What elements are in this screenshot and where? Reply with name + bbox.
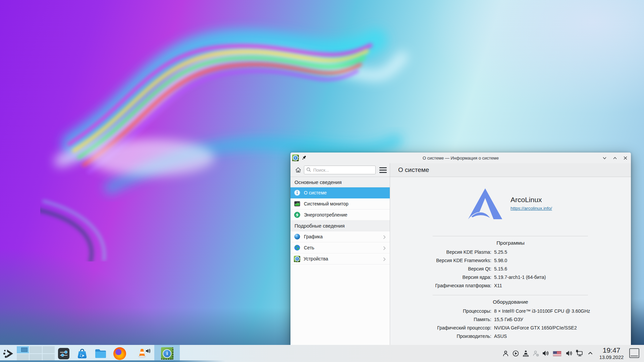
info-row: Процессоры: 8 × Intel® Core™ i3-10100F C… xyxy=(390,307,631,315)
volume-icon[interactable] xyxy=(541,349,550,358)
pager-desktop-2[interactable] xyxy=(30,346,42,353)
window-titlebar[interactable]: i О системе — Информация о системе xyxy=(290,153,631,163)
sidebar-section-details: Подробные сведения xyxy=(290,221,390,231)
taskbar-task-info-center[interactable]: i xyxy=(154,345,180,362)
user-away-icon[interactable] xyxy=(531,349,540,358)
info-row: Версия ядра: 5.19.7-arch1-1 (64-бита) xyxy=(390,273,631,282)
about-system-content: ArcoLinux https://arcolinux.info/ Програ… xyxy=(390,177,631,345)
system-monitor-icon xyxy=(294,200,301,207)
info-row: Версия KDE Plasma: 5.25.5 xyxy=(390,248,631,256)
pager-desktop-6[interactable] xyxy=(43,354,55,361)
sidebar-item-about-system[interactable]: О системе xyxy=(290,187,390,198)
section-title-hardware: Оборудование xyxy=(390,298,631,306)
sidebar-item-graphics[interactable]: Графика xyxy=(290,231,390,242)
sidebar-item-network[interactable]: Сеть xyxy=(290,242,390,253)
audio-playing-indicator xyxy=(146,349,150,353)
info-row: Память: 15,5 ГиБ ОЗУ xyxy=(390,315,631,324)
minimize-button[interactable] xyxy=(602,156,607,160)
show-desktop-button[interactable] xyxy=(629,348,639,358)
vlc-cone-icon xyxy=(137,348,150,360)
hardware-section: Оборудование Процессоры: 8 × Intel® Core… xyxy=(390,298,631,341)
desktop: i О системе — Информация о системе xyxy=(0,0,644,362)
virtual-desktop-pager xyxy=(17,346,55,361)
volume-icon-2[interactable] xyxy=(565,349,574,358)
close-button[interactable] xyxy=(623,156,628,160)
info-row: Графический процессор: NVIDIA GeForce GT… xyxy=(390,324,631,332)
vlc-tray-icon[interactable] xyxy=(521,349,530,358)
info-center-window: i О системе — Информация о системе xyxy=(290,153,631,345)
sidebar-section-basic: Основные сведения xyxy=(290,177,390,187)
page-title: О системе xyxy=(398,166,429,174)
sidebar-item-devices[interactable]: i Устройства xyxy=(290,253,390,264)
about-info-icon xyxy=(294,189,301,196)
search-icon xyxy=(306,167,311,174)
network-globe-icon xyxy=(294,244,301,251)
separator xyxy=(433,295,588,295)
app-launcher-icon[interactable] xyxy=(2,347,15,360)
expand-tray-chevron-icon[interactable] xyxy=(586,349,595,358)
taskbar-task-vlc[interactable] xyxy=(133,345,154,362)
maximize-button[interactable] xyxy=(612,156,617,160)
sidebar-toolbar xyxy=(290,163,390,177)
home-button[interactable] xyxy=(294,166,302,174)
info-row: Графическая платформа: X11 xyxy=(390,282,631,290)
user-icon[interactable] xyxy=(501,349,510,358)
keyboard-layout-us-flag-icon[interactable] xyxy=(553,351,561,356)
pager-desktop-4[interactable] xyxy=(17,354,29,361)
devices-chip-icon: i xyxy=(294,256,300,262)
pager-desktop-3[interactable] xyxy=(43,346,55,353)
search-input[interactable] xyxy=(304,166,376,174)
section-title-software: Программы xyxy=(390,239,631,247)
sidebar-item-system-monitor[interactable]: Системный монитор xyxy=(290,198,390,209)
sidebar: Основные сведения О системе С xyxy=(290,163,390,345)
info-row: Версия KDE Frameworks: 5.98.0 xyxy=(390,256,631,265)
pager-desktop-5[interactable] xyxy=(30,354,42,361)
kinfocenter-icon: i xyxy=(161,347,173,360)
hamburger-menu-icon[interactable] xyxy=(379,166,387,174)
info-row: Производитель: ASUS xyxy=(390,332,631,341)
pager-desktop-1[interactable] xyxy=(17,346,29,353)
sidebar-item-energy[interactable]: Энергопотребление xyxy=(290,209,390,221)
digital-clock[interactable]: 19:47 13.09.2022 xyxy=(595,346,628,360)
chevron-right-icon xyxy=(383,257,386,263)
arcolinux-logo xyxy=(467,188,503,220)
software-section: Программы Версия KDE Plasma: 5.25.5 Верс… xyxy=(390,239,631,290)
clock-date: 13.09.2022 xyxy=(595,354,628,360)
chevron-right-icon xyxy=(383,246,386,252)
page-header: О системе xyxy=(390,163,631,177)
file-manager-folder-icon[interactable] xyxy=(94,348,107,360)
distro-name: ArcoLinux xyxy=(511,195,552,204)
firefox-icon[interactable] xyxy=(113,347,126,360)
chevron-right-icon xyxy=(383,235,386,241)
window-title: О системе — Информация о системе xyxy=(290,156,631,161)
network-wired-icon[interactable] xyxy=(575,349,584,358)
taskbar: i xyxy=(0,345,644,362)
media-play-icon[interactable] xyxy=(511,349,520,358)
graphics-sphere-icon xyxy=(294,233,301,240)
main-pane: О системе ArcoLinux https://arcolinux.in… xyxy=(390,163,631,345)
discover-bag-icon[interactable] xyxy=(76,347,89,360)
distro-link[interactable]: https://arcolinux.info/ xyxy=(511,206,552,211)
energy-icon xyxy=(294,212,301,218)
info-row: Версия Qt: 5.15.6 xyxy=(390,265,631,273)
clock-time: 19:47 xyxy=(595,346,628,354)
distro-block: ArcoLinux https://arcolinux.info/ xyxy=(467,188,631,220)
settings-sliders-icon[interactable] xyxy=(58,348,70,360)
separator xyxy=(433,236,588,236)
sidebar-empty-area xyxy=(290,264,390,345)
